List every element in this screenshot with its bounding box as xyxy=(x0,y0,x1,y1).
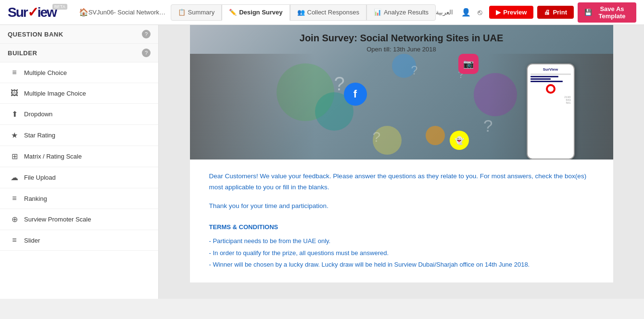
sidebar-item-label: Multiple Choice xyxy=(24,69,67,76)
question-bank-help[interactable]: ? xyxy=(142,30,151,38)
logout-icon[interactable]: ⎋ xyxy=(475,5,486,20)
terms-item-2: - In order to qualify for the prize, all… xyxy=(209,247,594,259)
page-wrapper: QUESTION BANK ? BUILDER ? ≡ Multiple Cho… xyxy=(0,25,644,319)
logo-text: Sur✓iew xyxy=(8,4,56,20)
file-upload-icon: ☁ xyxy=(10,173,19,182)
star-rating-icon: ★ xyxy=(10,131,19,140)
survey-banner: ? ? ? ? ? f 📷 👻 SurView xyxy=(190,25,613,160)
question-mark-2: ? xyxy=(373,129,381,145)
phone-logo: SurView xyxy=(530,67,571,72)
sidebar-item-label: Star Rating xyxy=(24,132,55,139)
survey-intro: Dear Customers! We value your feedback. … xyxy=(209,171,594,193)
analyze-icon: 📊 xyxy=(374,9,381,16)
dropdown-icon: ⬆ xyxy=(10,110,19,119)
summary-icon: 📋 xyxy=(178,9,186,16)
bubble-6 xyxy=(426,126,445,145)
builder-title: BUILDER xyxy=(8,49,37,57)
collect-icon: 👥 xyxy=(297,9,305,16)
sidebar-item-label: File Upload xyxy=(24,174,56,181)
matrix-rating-icon: ⊞ xyxy=(10,152,19,161)
tab-design-survey[interactable]: ✏️ Design Survey xyxy=(222,4,290,21)
promoter-scale-icon: ⊕ xyxy=(10,215,19,224)
phone-screen: SurView 2130643501 xyxy=(528,64,574,107)
chart-bar-2 xyxy=(530,76,559,77)
question-bank-section: QUESTION BANK ? xyxy=(0,25,158,44)
sidebar-item-ranking[interactable]: ≡ Ranking xyxy=(0,188,158,209)
chart-bar-3 xyxy=(530,78,551,80)
phone-data: 2130643501 xyxy=(530,96,571,104)
question-mark-4: ? xyxy=(483,116,492,135)
survey-thanks: Thank you for your time and participatio… xyxy=(209,201,594,212)
breadcrumb: SVJun06- Social Networking Sites Questio… xyxy=(88,9,167,16)
sidebar-item-matrix-rating-scale[interactable]: ⊞ Matrix / Rating Scale xyxy=(0,146,158,167)
sidebar-item-label: Dropdown xyxy=(24,110,52,118)
sidebar-item-surview-promoter-scale[interactable]: ⊕ Surview Promoter Scale xyxy=(0,209,158,230)
donut-hole xyxy=(548,86,554,92)
terms-title: TERMS & CONDITIONS xyxy=(209,223,594,231)
terms-item-3: - Winner will be chosen by a lucky draw.… xyxy=(209,259,594,271)
sidebar-item-label: Surview Promoter Scale xyxy=(24,216,91,223)
content-area: ? ? ? ? ? f 📷 👻 SurView xyxy=(159,25,644,299)
save-icon: 💾 xyxy=(584,9,592,16)
ranking-icon: ≡ xyxy=(10,194,19,203)
preview-icon: ▶ xyxy=(496,9,501,16)
sidebar-item-dropdown[interactable]: ⬆ Dropdown xyxy=(0,104,158,125)
sidebar-item-star-rating[interactable]: ★ Star Rating xyxy=(0,125,158,146)
survey-banner-subtitle: Open till: 13th June 2018 xyxy=(366,46,436,53)
chart-bar-4 xyxy=(530,81,563,82)
question-mark-3: ? xyxy=(411,63,418,77)
beta-badge: BETA xyxy=(52,4,67,10)
chart-bar-1 xyxy=(530,74,571,75)
instagram-icon: 📷 xyxy=(458,54,479,74)
question-mark-1: ? xyxy=(334,73,345,95)
header-right: العربية 👤 ⎋ ▶ Preview 🖨 Print 💾 Save As … xyxy=(436,2,636,23)
main-nav-tabs: 📋 Summary ✏️ Design Survey 👥 Collect Res… xyxy=(171,4,436,21)
tab-collect-responses[interactable]: 👥 Collect Responses xyxy=(290,4,366,21)
sidebar-item-multiple-image-choice[interactable]: 🖼 Multiple Image Choice xyxy=(0,83,158,104)
banner-people-left xyxy=(190,54,315,160)
sidebar-item-slider[interactable]: ≡ Slider xyxy=(0,230,158,251)
snapchat-icon: 👻 xyxy=(450,131,469,150)
logo: Sur✓iew BETA xyxy=(8,4,71,20)
terms-list: - Participant needs to be from the UAE o… xyxy=(209,235,594,271)
survey-panel: ? ? ? ? ? f 📷 👻 SurView xyxy=(190,25,613,282)
sidebar-item-label: Multiple Image Choice xyxy=(24,90,86,97)
multiple-choice-icon: ≡ xyxy=(10,68,19,77)
tab-analyze-results[interactable]: 📊 Analyze Results xyxy=(366,4,436,21)
terms-item-1: - Participant needs to be from the UAE o… xyxy=(209,235,594,247)
sidebar-item-label: Slider xyxy=(24,237,40,244)
builder-section: BUILDER ? xyxy=(0,44,158,62)
sidebar-item-label: Matrix / Rating Scale xyxy=(24,153,82,160)
facebook-icon: f xyxy=(344,83,367,106)
phone-mockup: SurView 2130643501 xyxy=(527,63,575,160)
slider-icon: ≡ xyxy=(10,236,19,245)
home-button[interactable]: 🏠 xyxy=(79,5,88,20)
sidebar: QUESTION BANK ? BUILDER ? ≡ Multiple Cho… xyxy=(0,25,159,299)
donut-chart xyxy=(546,84,556,94)
sidebar-item-file-upload[interactable]: ☁ File Upload xyxy=(0,167,158,188)
save-as-template-button[interactable]: 💾 Save As Template xyxy=(578,2,636,23)
header: Sur✓iew BETA 🏠 SVJun06- Social Networkin… xyxy=(0,0,644,25)
print-button[interactable]: 🖨 Print xyxy=(537,6,574,19)
multiple-image-choice-icon: 🖼 xyxy=(10,89,19,98)
design-icon: ✏️ xyxy=(229,9,237,16)
question-bank-title: QUESTION BANK xyxy=(8,31,63,38)
sidebar-item-label: Ranking xyxy=(24,195,47,202)
preview-button[interactable]: ▶ Preview xyxy=(489,6,533,19)
sidebar-item-multiple-choice[interactable]: ≡ Multiple Choice xyxy=(0,62,158,83)
print-icon: 🖨 xyxy=(544,9,550,16)
user-icon[interactable]: 👤 xyxy=(461,5,471,20)
builder-help[interactable]: ? xyxy=(142,49,151,57)
main-layout: QUESTION BANK ? BUILDER ? ≡ Multiple Cho… xyxy=(0,25,644,299)
survey-banner-title: Join Survey: Social Networking Sites in … xyxy=(300,33,503,44)
language-toggle[interactable]: العربية xyxy=(436,9,453,16)
tab-summary[interactable]: 📋 Summary xyxy=(171,4,222,21)
survey-body: Dear Customers! We value your feedback. … xyxy=(190,160,613,282)
